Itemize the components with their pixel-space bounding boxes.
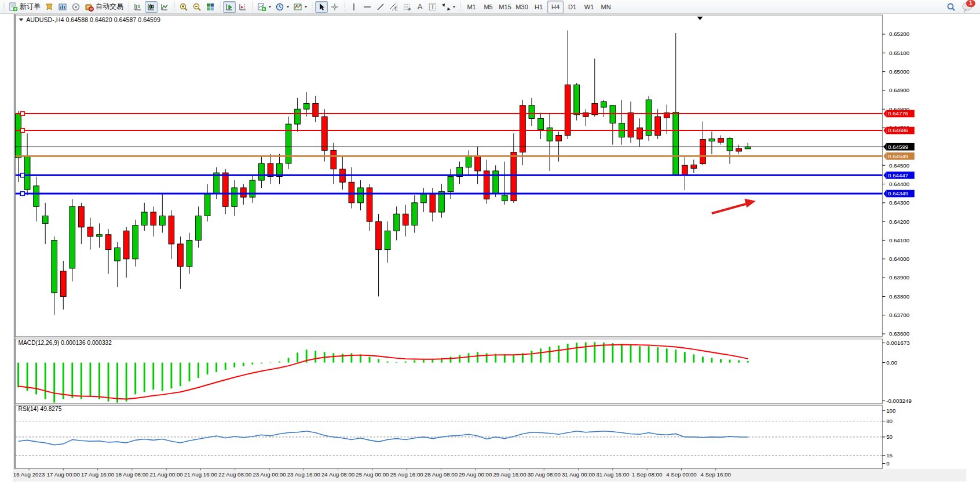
timeframe-d1-button[interactable]: D1 bbox=[564, 1, 580, 13]
notification-badge: 1 bbox=[966, 0, 975, 7]
toolbar-grip[interactable] bbox=[459, 2, 462, 12]
candle-body bbox=[448, 177, 454, 192]
price-tick-label: 0.63900 bbox=[889, 274, 910, 281]
candle-body bbox=[123, 231, 129, 259]
toolbar-grip[interactable] bbox=[218, 2, 221, 12]
hline-anchor-marker[interactable] bbox=[20, 192, 24, 196]
price-badge-notch bbox=[883, 110, 886, 118]
panel-separator[interactable] bbox=[16, 405, 883, 406]
line-chart-button[interactable] bbox=[158, 1, 171, 13]
timeframe-w1-button[interactable]: W1 bbox=[581, 1, 597, 13]
candle-body bbox=[610, 105, 616, 123]
macd-panel-plot-area[interactable] bbox=[16, 339, 883, 404]
toolbar-grip[interactable] bbox=[343, 2, 346, 12]
market-watch-button[interactable] bbox=[43, 1, 56, 13]
panel-separator[interactable] bbox=[16, 337, 883, 339]
toolbar-grip[interactable] bbox=[2, 2, 5, 12]
new-order-icon bbox=[9, 2, 18, 12]
zoom-in-icon bbox=[179, 2, 188, 12]
candle-chart-button[interactable] bbox=[145, 1, 158, 13]
price-badge-notch bbox=[883, 152, 886, 160]
timeframe-m1-button[interactable]: M1 bbox=[463, 1, 480, 13]
timeframe-group: M1M5M15M30H1H4D1W1MN bbox=[463, 1, 614, 13]
notifications-button[interactable]: 1 bbox=[961, 1, 974, 13]
cursor-button[interactable] bbox=[315, 1, 328, 13]
chart-title-ohlc: AUDUSD-,H4 0.64588 0.64620 0.64587 0.645… bbox=[26, 16, 160, 23]
chart-window[interactable]: AUDUSD-,H4 0.64588 0.64620 0.64587 0.645… bbox=[0, 14, 980, 495]
candle-body bbox=[520, 105, 526, 152]
candle-body bbox=[321, 117, 327, 150]
timeframe-m15-button[interactable]: M15 bbox=[497, 1, 513, 13]
price-badge-notch bbox=[883, 172, 886, 179]
bar-chart-button[interactable] bbox=[131, 1, 144, 13]
candle-body bbox=[547, 128, 553, 141]
periods-button[interactable]: ▾ bbox=[273, 1, 291, 13]
vertical-line-icon bbox=[349, 2, 359, 12]
candle-body bbox=[303, 104, 309, 110]
candle-body bbox=[628, 113, 634, 137]
equidistant-channel-button[interactable]: E bbox=[387, 1, 400, 13]
hline-anchor-marker[interactable] bbox=[20, 173, 24, 177]
vertical-line-button[interactable] bbox=[348, 1, 360, 13]
hline-anchor-marker[interactable] bbox=[20, 129, 24, 133]
toolbar-grip[interactable] bbox=[310, 2, 313, 12]
candle-body bbox=[502, 195, 507, 201]
toolbar-grip[interactable] bbox=[173, 2, 175, 12]
price-badge-label: 0.64776 bbox=[888, 110, 908, 117]
indicators-add-icon bbox=[257, 2, 266, 12]
price-tick-label: 0.64100 bbox=[889, 237, 910, 243]
timeframe-mn-button[interactable]: MN bbox=[598, 1, 614, 13]
price-axis[interactable]: 0.652000.651000.650000.649000.648000.647… bbox=[882, 31, 914, 337]
candle-body bbox=[204, 194, 210, 216]
candle-body bbox=[259, 163, 265, 180]
price-tick-label: 0.65200 bbox=[889, 31, 910, 37]
candle-body bbox=[105, 235, 111, 250]
toolbar-grip[interactable] bbox=[251, 2, 254, 12]
indicators-button[interactable]: ▾ bbox=[255, 1, 273, 13]
candle-body bbox=[682, 165, 688, 175]
toolbar-grip[interactable] bbox=[127, 2, 130, 12]
candle-body bbox=[313, 104, 319, 117]
svg-text:T: T bbox=[431, 4, 434, 10]
arrows-tool-button[interactable]: ▾ bbox=[440, 1, 457, 13]
auto-scroll-button[interactable] bbox=[223, 1, 236, 13]
search-icon bbox=[946, 2, 956, 12]
candle-body bbox=[493, 171, 499, 194]
candle-body bbox=[24, 156, 30, 190]
indicators-caret-icon: ▾ bbox=[269, 4, 271, 9]
new-order-label: 新订单 bbox=[20, 2, 41, 12]
zoom-in-button[interactable] bbox=[177, 1, 190, 13]
candle-body bbox=[475, 156, 481, 171]
auto-trading-button[interactable]: 自动交易 bbox=[83, 1, 125, 13]
zoom-out-icon bbox=[192, 2, 202, 12]
zoom-out-button[interactable] bbox=[191, 1, 203, 13]
templates-button[interactable]: ▾ bbox=[291, 1, 309, 13]
time-axis-label: 4 Sep 16:00 bbox=[701, 471, 732, 478]
time-axis-label: 21 Aug 16:00 bbox=[184, 471, 218, 478]
candle-body bbox=[178, 244, 184, 267]
candle-body bbox=[250, 180, 255, 197]
new-order-button[interactable]: 新订单 bbox=[7, 1, 42, 13]
trendline-button[interactable] bbox=[374, 1, 387, 13]
search-button[interactable] bbox=[944, 1, 958, 13]
data-window-button[interactable] bbox=[56, 1, 69, 13]
hline-anchor-marker[interactable] bbox=[20, 112, 24, 116]
shift-chart-button[interactable] bbox=[236, 1, 249, 13]
sounds-button[interactable] bbox=[70, 1, 82, 13]
rsi-axis-label: 15 bbox=[886, 452, 893, 458]
timeframe-m30-button[interactable]: M30 bbox=[514, 1, 530, 13]
timeframe-h4-button[interactable]: H4 bbox=[547, 1, 564, 13]
fibonacci-button[interactable]: F bbox=[401, 1, 414, 13]
candle-body bbox=[439, 191, 445, 212]
macd-axis-label: 0.00 bbox=[886, 359, 897, 366]
auto-trading-label: 自动交易 bbox=[96, 2, 123, 12]
horizontal-line-button[interactable] bbox=[361, 1, 374, 13]
candle-body bbox=[709, 139, 715, 141]
crosshair-button[interactable] bbox=[328, 1, 341, 13]
candle-body bbox=[385, 231, 390, 249]
timeframe-h1-button[interactable]: H1 bbox=[531, 1, 547, 13]
tile-windows-button[interactable] bbox=[204, 1, 217, 13]
text-tool-button[interactable]: A bbox=[414, 1, 426, 13]
timeframe-m5-button[interactable]: M5 bbox=[480, 1, 496, 13]
label-tool-button[interactable]: T bbox=[426, 1, 439, 13]
